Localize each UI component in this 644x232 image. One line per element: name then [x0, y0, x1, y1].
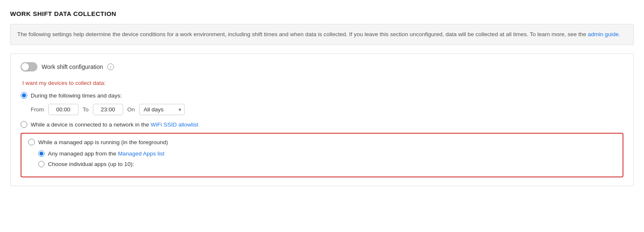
collect-label: I want my devices to collect data: [22, 80, 623, 86]
sub-radio-individual-apps: Choose individual apps (up to 10): [38, 161, 616, 167]
page-title: WORK SHIFT DATA COLLECTION [10, 10, 634, 17]
radio-any-managed-label[interactable]: Any managed app from the Managed Apps li… [48, 150, 164, 157]
days-select[interactable]: All days Weekdays Weekends [139, 104, 185, 115]
toggle-row: Work shift configuration i [21, 62, 623, 71]
time-row: From To On All days Weekdays Weekends ▾ [31, 104, 623, 115]
wifi-ssid-link[interactable]: WiFi SSID allowlist [150, 121, 198, 128]
to-label: To [83, 106, 89, 113]
wifi-text-before: While a device is connected to a network… [31, 121, 150, 128]
info-box: The following settings help determine th… [10, 24, 634, 45]
from-label: From [31, 106, 44, 113]
info-box-text: The following settings help determine th… [17, 31, 588, 37]
sub-options: Any managed app from the Managed Apps li… [38, 150, 616, 167]
radio-wifi-label[interactable]: While a device is connected to a network… [31, 121, 198, 128]
from-time-input[interactable] [48, 104, 79, 115]
radio-during-input[interactable] [21, 92, 27, 99]
settings-panel: Work shift configuration i I want my dev… [10, 53, 634, 186]
work-shift-toggle[interactable] [21, 62, 37, 71]
to-time-input[interactable] [93, 104, 123, 115]
days-select-wrapper: All days Weekdays Weekends ▾ [139, 104, 185, 115]
any-managed-text-before: Any managed app from the [48, 150, 118, 157]
managed-apps-list-link[interactable]: Managed Apps list [118, 150, 164, 157]
radio-managed-app-input[interactable] [28, 139, 35, 145]
managed-app-section: While a managed app is running (in the f… [21, 133, 623, 177]
on-label: On [127, 106, 135, 113]
radio-individual-apps-label[interactable]: Choose individual apps (up to 10): [48, 161, 134, 167]
radio-managed-app-label[interactable]: While a managed app is running (in the f… [38, 139, 168, 145]
info-icon[interactable]: i [107, 63, 114, 70]
radio-during: During the following times and days: [21, 92, 623, 99]
admin-guide-link[interactable]: admin guide. [588, 31, 620, 37]
radio-individual-apps-input[interactable] [38, 161, 45, 167]
toggle-label: Work shift configuration [42, 63, 103, 70]
sub-radio-any-managed: Any managed app from the Managed Apps li… [38, 150, 616, 157]
radio-managed-app: While a managed app is running (in the f… [28, 139, 616, 145]
radio-any-managed-input[interactable] [38, 150, 45, 157]
radio-during-label[interactable]: During the following times and days: [31, 92, 122, 99]
radio-wifi: While a device is connected to a network… [21, 121, 623, 128]
radio-wifi-input[interactable] [21, 121, 27, 128]
